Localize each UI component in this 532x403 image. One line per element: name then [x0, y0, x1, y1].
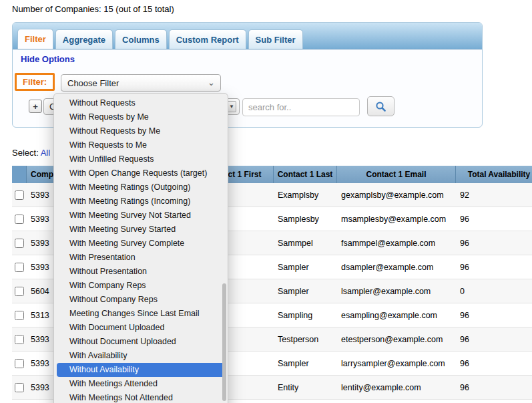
checkbox-cell [12, 207, 27, 231]
email-cell: lsampler@example.com [337, 279, 456, 303]
tab-columns[interactable]: Columns [115, 29, 167, 49]
email-cell: etestperson@example.com [337, 327, 456, 351]
filter-menu-item[interactable]: With Meeting Survey Started [54, 223, 228, 237]
column-header[interactable]: Contact 1 Last [274, 166, 337, 183]
filter-menu-item[interactable]: Meeting Changes Since Last Email [54, 307, 228, 321]
filter-menu-item[interactable]: With Presentation [54, 251, 228, 265]
row-checkbox[interactable] [15, 287, 24, 296]
checkbox-cell [12, 279, 27, 303]
row-checkbox[interactable] [15, 190, 24, 200]
hide-options-link[interactable]: Hide Options [21, 54, 75, 64]
filter-menu-item[interactable]: Without Document Uploaded [54, 335, 228, 349]
availability-cell: 96 [456, 352, 532, 375]
checkbox-cell [12, 376, 27, 399]
availability-cell: 0 [456, 279, 532, 303]
select-row: Select: All [12, 148, 50, 158]
filter-menu-item[interactable]: Without Company Reps [54, 293, 228, 307]
email-cell: lentity@example.com [337, 376, 456, 399]
email-cell: esampling@example.com [337, 303, 456, 327]
email-cell: msamplesby@example.com [337, 207, 456, 231]
add-criteria-button[interactable]: + [29, 100, 42, 113]
row-checkbox[interactable] [15, 311, 24, 320]
filter-menu-item[interactable]: With Meeting Ratings (Incoming) [54, 194, 228, 209]
checkbox-cell [12, 327, 27, 351]
last-name-cell: Samplesby [274, 207, 337, 231]
checkbox-cell [12, 231, 27, 255]
email-cell: fsammpel@example.com [337, 231, 456, 255]
filter-menu-item[interactable]: With Open Change Requests (target) [54, 166, 228, 180]
search-button[interactable] [367, 96, 394, 116]
filter-menu-item[interactable]: Without Presentation [54, 265, 228, 279]
row-checkbox[interactable] [15, 215, 24, 224]
last-name-cell: Testperson [274, 327, 337, 351]
email-cell: gexamplsby@example.com [337, 183, 456, 207]
search-input[interactable] [242, 98, 360, 116]
filter-select-value: Choose Filter [67, 78, 119, 88]
filter-menu-item[interactable]: With Meeting Ratings (Outgoing) [54, 180, 228, 194]
availability-cell: 96 [456, 207, 532, 231]
filter-dropdown-menu: Without RequestsWith Requests by MeWitho… [53, 93, 228, 403]
filter-menu-item[interactable]: Without Requests by Me [54, 124, 228, 138]
column-header[interactable] [12, 166, 27, 183]
search-icon [375, 101, 386, 112]
tab-custom-report[interactable]: Custom Report [169, 29, 246, 49]
tab-sub-filter[interactable]: Sub Filter [248, 29, 303, 49]
tab-filter[interactable]: Filter [17, 29, 53, 49]
select-all-link[interactable]: All [41, 148, 50, 158]
row-checkbox[interactable] [15, 383, 24, 392]
filter-menu-item[interactable]: With Document Uploaded [54, 321, 228, 335]
tab-bar: FilterAggregateColumnsCustom ReportSub F… [13, 23, 482, 49]
company-count-label: Number of Companies: 15 (out of 15 total… [12, 4, 174, 14]
availability-cell: 92 [456, 183, 532, 207]
checkbox-cell [12, 255, 27, 279]
filter-menu-item[interactable]: Without Availability [57, 363, 225, 377]
availability-cell: 96 [456, 255, 532, 279]
chevron-down-icon: ▼ [227, 101, 236, 112]
tab-aggregate[interactable]: Aggregate [55, 29, 113, 49]
row-checkbox[interactable] [15, 359, 24, 368]
filter-menu-items: Without RequestsWith Requests by MeWitho… [54, 96, 228, 403]
filter-select[interactable]: Choose Filter ⌄ [61, 74, 221, 92]
filter-menu-item[interactable]: With Requests by Me [54, 110, 228, 124]
checkbox-cell [12, 352, 27, 375]
row-checkbox[interactable] [15, 263, 24, 272]
filter-menu-item[interactable]: With Requests to Me [54, 138, 228, 152]
last-name-cell: Entity [274, 376, 337, 399]
filter-label-text: Filter: [23, 77, 47, 87]
filter-menu-item[interactable]: With Availability [54, 349, 228, 363]
filter-menu-item[interactable]: With Meeting Survey Not Started [54, 209, 228, 223]
row-checkbox[interactable] [15, 239, 24, 248]
last-name-cell: Sampler [274, 255, 337, 279]
checkbox-cell [12, 303, 27, 327]
last-name-cell: Sampling [274, 303, 337, 327]
availability-cell: 96 [456, 376, 532, 399]
filter-menu-item[interactable]: With Meetings Not Attended [54, 391, 228, 403]
email-cell: dsampler@example.com [337, 255, 456, 279]
filter-menu-item[interactable]: Without Requests [54, 96, 228, 110]
last-name-cell: Examplsby [274, 183, 337, 207]
last-name-cell: Sampler [274, 279, 337, 303]
filter-menu-item[interactable]: With Meeting Survey Complete [54, 237, 228, 251]
filter-label: Filter: [15, 73, 55, 91]
column-header[interactable]: Contact 1 Email [337, 166, 456, 183]
select-label: Select: [12, 148, 39, 158]
filter-menu-item[interactable]: With Company Reps [54, 279, 228, 293]
email-cell: larrysampler@example.com [337, 352, 456, 375]
availability-cell: 96 [456, 303, 532, 327]
column-header[interactable]: Total Availability [456, 166, 532, 183]
screen: Number of Companies: 15 (out of 15 total… [0, 0, 532, 403]
filter-menu-item[interactable]: With Unfilled Requests [54, 152, 228, 166]
menu-scrollbar-thumb[interactable] [222, 283, 226, 401]
availability-cell: 96 [456, 327, 532, 351]
last-name-cell: Sammpel [274, 231, 337, 255]
row-checkbox[interactable] [15, 335, 24, 344]
last-name-cell: Sampler [274, 352, 337, 375]
checkbox-cell [12, 183, 27, 207]
tab-list: FilterAggregateColumnsCustom ReportSub F… [17, 29, 303, 49]
chevron-down-icon: ⌄ [208, 80, 215, 86]
filter-menu-item[interactable]: With Meetings Attended [54, 377, 228, 391]
availability-cell: 96 [456, 231, 532, 255]
